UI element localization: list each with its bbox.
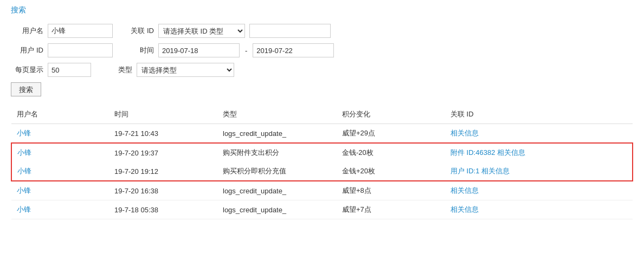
time-to-input[interactable]: [253, 43, 334, 57]
related-id-input[interactable]: [249, 24, 331, 38]
per-page-group: 每页显示: [11, 63, 91, 77]
username-group: 用户名: [11, 24, 113, 38]
cell-username: 小锋: [11, 143, 109, 162]
username-link[interactable]: 小锋: [17, 167, 31, 175]
time-from-input[interactable]: [158, 43, 240, 57]
table-row: 小锋19-7-18 05:38logs_credit_update_威望+7点相…: [11, 200, 633, 219]
related-id-type-select[interactable]: 请选择关联 ID 类型: [158, 24, 245, 38]
username-input[interactable]: [48, 24, 113, 38]
th-username: 用户名: [11, 105, 109, 124]
cell-type: 购买附件支出积分: [217, 143, 337, 162]
type-select[interactable]: 请选择类型: [137, 63, 234, 77]
username-link[interactable]: 小锋: [17, 148, 31, 157]
time-group: 时间 -: [121, 43, 334, 57]
cell-change: 威望+8点: [337, 181, 445, 200]
cell-related-id: 相关信息: [445, 200, 633, 219]
page-container: 搜索 用户名 关联 ID 请选择关联 ID 类型 用户 ID 时间: [0, 0, 644, 225]
table-row: 小锋19-7-21 10:43logs_credit_update_威望+29点…: [11, 124, 633, 144]
cell-change: 威望+7点: [337, 200, 445, 219]
date-separator: -: [244, 47, 248, 55]
cell-change: 威望+29点: [337, 124, 445, 144]
cell-type: 购买积分即积分充值: [217, 162, 337, 181]
th-type: 类型: [217, 105, 337, 124]
table-row: 小锋19-7-20 19:12购买积分即积分充值金钱+20枚用户 ID:1 相关…: [11, 162, 633, 181]
cell-type: logs_credit_update_: [217, 200, 337, 219]
user-id-label: 用户 ID: [11, 46, 43, 55]
cell-username: 小锋: [11, 181, 109, 200]
time-label: 时间: [121, 46, 154, 55]
cell-time: 19-7-20 19:12: [109, 162, 217, 181]
th-time: 时间: [109, 105, 217, 124]
table-head: 用户名 时间 类型 积分变化 关联 ID: [11, 105, 633, 124]
cell-username: 小锋: [11, 200, 109, 219]
cell-time: 19-7-20 16:38: [109, 181, 217, 200]
th-change: 积分变化: [337, 105, 445, 124]
table-body: 小锋19-7-21 10:43logs_credit_update_威望+29点…: [11, 124, 633, 219]
related-link[interactable]: 附件 ID:46382: [450, 148, 495, 157]
form-row-2: 用户 ID 时间 -: [11, 43, 633, 57]
related-id-label: 关联 ID: [121, 26, 154, 36]
cell-change: 金钱+20枚: [337, 162, 445, 181]
username-link[interactable]: 小锋: [17, 186, 31, 194]
related-id-group: 关联 ID 请选择关联 ID 类型: [121, 24, 331, 38]
type-group: 类型 请选择类型: [100, 63, 234, 77]
search-button[interactable]: 搜索: [11, 82, 41, 96]
table-row: 小锋19-7-20 19:37购买附件支出积分金钱-20枚附件 ID:46382…: [11, 143, 633, 162]
section-title: 搜索: [11, 5, 633, 17]
user-id-group: 用户 ID: [11, 43, 113, 57]
cell-type: logs_credit_update_: [217, 181, 337, 200]
cell-related-id: 附件 ID:46382 相关信息: [445, 143, 633, 162]
cell-username: 小锋: [11, 162, 109, 181]
form-row-1: 用户名 关联 ID 请选择关联 ID 类型: [11, 24, 633, 38]
th-related-id: 关联 ID: [445, 105, 633, 124]
cell-time: 19-7-21 10:43: [109, 124, 217, 144]
username-label: 用户名: [11, 26, 43, 36]
cell-time: 19-7-20 19:37: [109, 143, 217, 162]
related-link[interactable]: 相关信息: [497, 148, 525, 157]
per-page-label: 每页显示: [11, 65, 43, 75]
username-link[interactable]: 小锋: [17, 129, 31, 137]
related-link[interactable]: 相关信息: [450, 129, 479, 137]
cell-related-id: 用户 ID:1 相关信息: [445, 162, 633, 181]
username-link[interactable]: 小锋: [17, 205, 31, 213]
related-link[interactable]: 相关信息: [450, 205, 479, 213]
related-link[interactable]: 相关信息: [450, 186, 479, 194]
cell-time: 19-7-18 05:38: [109, 200, 217, 219]
form-row-button: 搜索: [11, 82, 633, 96]
search-form: 搜索 用户名 关联 ID 请选择关联 ID 类型 用户 ID 时间: [11, 5, 633, 96]
per-page-input[interactable]: [48, 63, 91, 77]
cell-type: logs_credit_update_: [217, 124, 337, 144]
cell-related-id: 相关信息: [445, 181, 633, 200]
cell-change: 金钱-20枚: [337, 143, 445, 162]
table-header-row: 用户名 时间 类型 积分变化 关联 ID: [11, 105, 633, 124]
cell-username: 小锋: [11, 124, 109, 144]
user-id-input[interactable]: [48, 43, 113, 57]
cell-related-id: 相关信息: [445, 124, 633, 144]
type-label: 类型: [100, 65, 132, 75]
table-row: 小锋19-7-20 16:38logs_credit_update_威望+8点相…: [11, 181, 633, 200]
related-link[interactable]: 相关信息: [481, 167, 510, 175]
related-link[interactable]: 用户 ID:1: [450, 167, 479, 175]
data-table: 用户名 时间 类型 积分变化 关联 ID 小锋19-7-21 10:43logs…: [11, 105, 633, 219]
form-row-3: 每页显示 类型 请选择类型: [11, 63, 633, 77]
